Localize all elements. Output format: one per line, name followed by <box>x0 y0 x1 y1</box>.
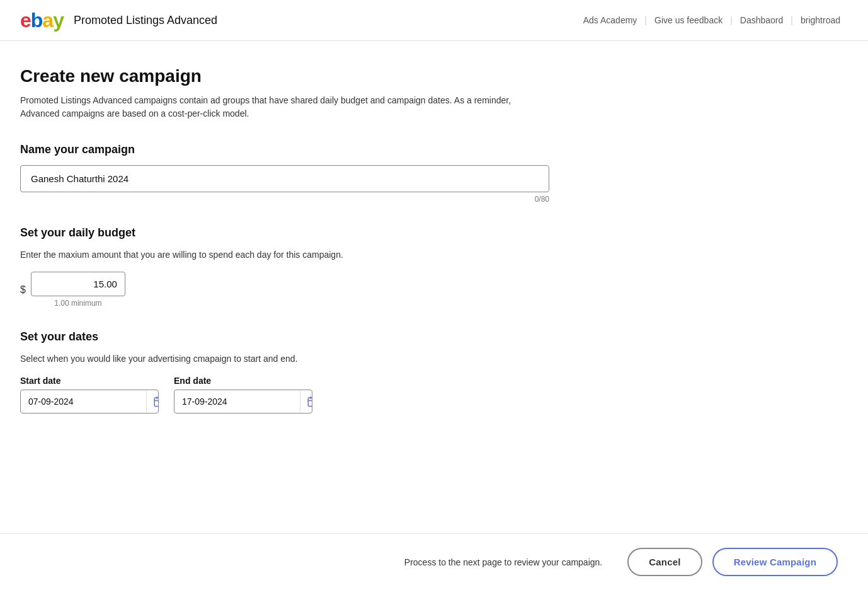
header-left: ebay Promoted Listings Advanced <box>20 10 217 30</box>
ebay-logo: ebay <box>20 10 64 30</box>
char-count: 0/80 <box>20 195 549 204</box>
calendar-icon <box>153 396 159 407</box>
campaign-name-section: Name your campaign 0/80 <box>20 143 547 204</box>
logo-e: e <box>20 10 31 30</box>
dates-row: Start date End date <box>20 376 547 414</box>
header-nav: Ads Academy | Give us feedback | Dashbao… <box>576 15 848 25</box>
dates-title: Set your dates <box>20 330 547 344</box>
start-date-label: Start date <box>20 376 159 386</box>
dollar-sign: $ <box>20 284 26 296</box>
footer: Process to the next page to review your … <box>0 533 868 590</box>
budget-input-container: 1.00 minimum <box>31 272 125 308</box>
budget-title: Set your daily budget <box>20 226 547 240</box>
header-title: Promoted Listings Advanced <box>74 14 217 27</box>
review-campaign-button[interactable]: Review Campaign <box>712 548 838 576</box>
logo-y: y <box>53 10 64 30</box>
nav-dashboard[interactable]: Dashbaord <box>733 15 791 25</box>
budget-input[interactable] <box>31 272 125 296</box>
dates-description: Select when you would like your advertis… <box>20 352 547 366</box>
cancel-button[interactable]: Cancel <box>627 548 702 576</box>
end-date-calendar-button[interactable] <box>300 391 312 412</box>
campaign-name-title: Name your campaign <box>20 143 547 156</box>
budget-description: Enter the maxium amount that you are wil… <box>20 248 547 262</box>
main-content: Create new campaign Promoted Listings Ad… <box>0 41 567 512</box>
start-date-input[interactable] <box>21 390 146 413</box>
campaign-name-input[interactable] <box>20 165 549 192</box>
budget-section: Set your daily budget Enter the maxium a… <box>20 226 547 308</box>
nav-user[interactable]: brightroad <box>793 15 848 25</box>
start-date-calendar-button[interactable] <box>146 391 159 412</box>
end-date-field: End date <box>174 376 312 414</box>
dates-section: Set your dates Select when you would lik… <box>20 330 547 414</box>
end-date-input-wrapper <box>174 390 312 414</box>
nav-ads-academy[interactable]: Ads Academy <box>576 15 645 25</box>
footer-message: Process to the next page to review your … <box>404 557 602 567</box>
logo-b: b <box>31 10 43 30</box>
start-date-field: Start date <box>20 376 159 414</box>
header: ebay Promoted Listings Advanced Ads Acad… <box>0 0 868 41</box>
nav-feedback[interactable]: Give us feedback <box>647 15 730 25</box>
end-date-label: End date <box>174 376 312 386</box>
budget-input-wrapper: $ 1.00 minimum <box>20 272 547 308</box>
logo-a: a <box>42 10 53 30</box>
calendar-icon <box>307 396 312 407</box>
page-description: Promoted Listings Advanced campaigns con… <box>20 94 547 120</box>
page-title: Create new campaign <box>20 66 547 86</box>
end-date-input[interactable] <box>174 390 300 413</box>
budget-minimum: 1.00 minimum <box>31 299 125 308</box>
start-date-input-wrapper <box>20 390 159 414</box>
